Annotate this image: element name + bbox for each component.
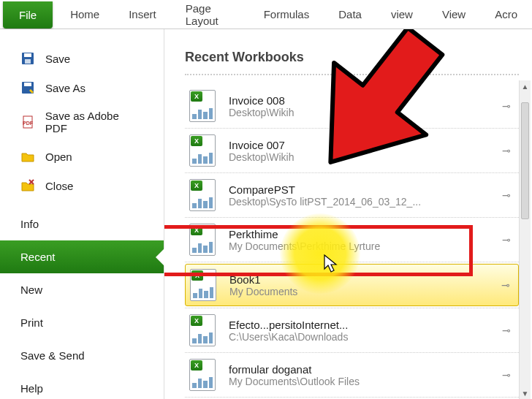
scroll-down-arrow[interactable]: ▼ bbox=[520, 387, 531, 399]
ribbon: File Home Insert Page Layout Formulas Da… bbox=[0, 0, 532, 29]
nav-print[interactable]: Print bbox=[0, 306, 164, 339]
excel-file-icon: X bbox=[189, 179, 216, 211]
scrollbar[interactable]: ▲ ▼ bbox=[519, 80, 531, 399]
recent-item-path: My Documents\Perkthime Lyrture bbox=[229, 240, 485, 252]
nav-recent[interactable]: Recent bbox=[0, 240, 164, 273]
tab-page-layout[interactable]: Page Layout bbox=[171, 0, 249, 28]
excel-file-icon: X bbox=[189, 90, 216, 122]
item-divider bbox=[185, 262, 519, 262]
recent-item-path: My Documents\Outlook Files bbox=[229, 376, 485, 387]
saveas-icon bbox=[20, 80, 35, 95]
item-divider bbox=[185, 352, 519, 353]
recent-item-title: Perkthime bbox=[229, 228, 485, 240]
recent-workbook-item[interactable]: Xformular doganatMy Documents\Outlook Fi… bbox=[185, 354, 519, 395]
recent-item-text: PerkthimeMy Documents\Perkthime Lyrture bbox=[229, 228, 485, 252]
recent-item-text: Invoice 007Desktop\Wikih bbox=[229, 139, 485, 163]
tab-home[interactable]: Home bbox=[56, 0, 114, 28]
saveas-command[interactable]: Save As bbox=[0, 73, 164, 102]
nav-help[interactable]: Help bbox=[0, 372, 164, 399]
recent-workbook-list: XInvoice 008Desktop\Wikih⊸XInvoice 007De… bbox=[185, 86, 519, 399]
pin-icon[interactable]: ⊸ bbox=[498, 100, 514, 112]
save-label: Save bbox=[45, 53, 70, 65]
recent-item-text: Invoice 008Desktop\Wikih bbox=[229, 94, 485, 118]
tab-review[interactable]: view bbox=[376, 0, 428, 28]
close-label: Close bbox=[45, 180, 73, 192]
nav-new[interactable]: New bbox=[0, 273, 164, 306]
open-command[interactable]: Open bbox=[0, 142, 164, 171]
recent-item-title: ComparePST bbox=[229, 183, 485, 196]
item-divider bbox=[185, 217, 519, 218]
recent-title: Recent Workbooks bbox=[185, 50, 519, 65]
svg-rect-4 bbox=[24, 83, 31, 86]
tab-acrobat[interactable]: Acro bbox=[480, 0, 532, 28]
item-divider bbox=[185, 308, 519, 308]
nav-info[interactable]: Info bbox=[0, 208, 164, 240]
recent-item-path: My Documents bbox=[229, 286, 484, 297]
recent-workbook-item[interactable]: XComparePSTDesktop\SysTo litPST_2014_06_… bbox=[185, 175, 519, 216]
close-command[interactable]: Close bbox=[0, 171, 164, 200]
recent-item-text: Efecto...persitoInternet...C:\Users\Kaca… bbox=[229, 319, 485, 343]
recent-item-title: Book1 bbox=[229, 273, 484, 286]
save-pdf-command[interactable]: PDF Save as Adobe PDF bbox=[0, 102, 164, 142]
scroll-thumb[interactable] bbox=[521, 102, 529, 219]
recent-item-text: formular doganatMy Documents\Outlook Fil… bbox=[229, 363, 485, 387]
recent-item-text: Book1My Documents bbox=[229, 273, 484, 297]
recent-item-path: Desktop\Wikih bbox=[229, 107, 485, 118]
tab-formulas[interactable]: Formulas bbox=[249, 0, 324, 28]
svg-text:PDF: PDF bbox=[23, 121, 34, 126]
pin-icon[interactable]: ⊸ bbox=[498, 324, 514, 336]
excel-file-icon: X bbox=[189, 224, 216, 256]
pin-icon[interactable]: ⊸ bbox=[498, 369, 514, 381]
recent-item-title: Invoice 007 bbox=[229, 139, 485, 151]
close-icon bbox=[20, 178, 35, 193]
pin-icon[interactable]: ⊸ bbox=[498, 234, 514, 246]
recent-workbook-item[interactable]: XInvoice 007Desktop\Wikih⊸ bbox=[185, 130, 519, 171]
recent-item-path: Desktop\Wikih bbox=[229, 151, 485, 163]
recent-item-title: Efecto...persitoInternet... bbox=[229, 319, 485, 331]
recent-pane: Recent Workbooks XInvoice 008Desktop\Wik… bbox=[164, 29, 532, 399]
backstage-left-column: Save Save As PDF Save as Adobe PDF Open … bbox=[0, 29, 164, 399]
save-icon bbox=[20, 51, 35, 66]
recent-item-title: Invoice 008 bbox=[229, 94, 485, 107]
recent-item-path: C:\Users\Kaca\Downloads bbox=[229, 331, 485, 343]
backstage: Save Save As PDF Save as Adobe PDF Open … bbox=[0, 29, 532, 399]
excel-file-icon: X bbox=[189, 359, 216, 391]
open-label: Open bbox=[45, 151, 72, 163]
recent-workbook-item[interactable]: XInvoice 008Desktop\Wikih⊸ bbox=[185, 86, 519, 126]
excel-file-icon: X bbox=[189, 134, 216, 167]
svg-rect-2 bbox=[25, 59, 31, 64]
recent-workbook-item[interactable]: XBook1My Documents⊸ bbox=[185, 264, 519, 306]
item-divider bbox=[185, 397, 519, 398]
pin-icon[interactable]: ⊸ bbox=[498, 189, 514, 201]
recent-workbook-item[interactable]: XPerkthimeMy Documents\Perkthime Lyrture… bbox=[185, 219, 519, 260]
save-pdf-label: Save as Adobe PDF bbox=[45, 110, 143, 134]
recent-item-title: formular doganat bbox=[229, 363, 485, 376]
tab-insert[interactable]: Insert bbox=[114, 0, 171, 28]
saveas-label: Save As bbox=[45, 82, 86, 94]
tab-view[interactable]: View bbox=[428, 0, 480, 28]
pin-icon[interactable]: ⊸ bbox=[498, 145, 514, 156]
recent-item-text: ComparePSTDesktop\SysTo litPST_2014_06_0… bbox=[229, 183, 485, 208]
pdf-icon: PDF bbox=[20, 115, 35, 129]
excel-file-icon: X bbox=[190, 269, 216, 301]
nav-save-send[interactable]: Save & Send bbox=[0, 339, 164, 372]
tab-data[interactable]: Data bbox=[324, 0, 376, 28]
open-icon bbox=[20, 149, 35, 164]
pin-icon[interactable]: ⊸ bbox=[498, 279, 514, 291]
item-divider bbox=[185, 128, 519, 129]
section-divider bbox=[185, 74, 519, 75]
svg-rect-1 bbox=[24, 53, 31, 57]
scroll-up-arrow[interactable]: ▲ bbox=[520, 80, 531, 92]
file-tab[interactable]: File bbox=[3, 1, 53, 28]
recent-workbook-item[interactable]: XEfecto...persitoInternet...C:\Users\Kac… bbox=[185, 310, 519, 351]
excel-file-icon: X bbox=[189, 314, 216, 346]
recent-item-path: Desktop\SysTo litPST_2014_06_03_12_... bbox=[229, 196, 485, 208]
save-command[interactable]: Save bbox=[0, 44, 164, 73]
item-divider bbox=[185, 172, 519, 173]
